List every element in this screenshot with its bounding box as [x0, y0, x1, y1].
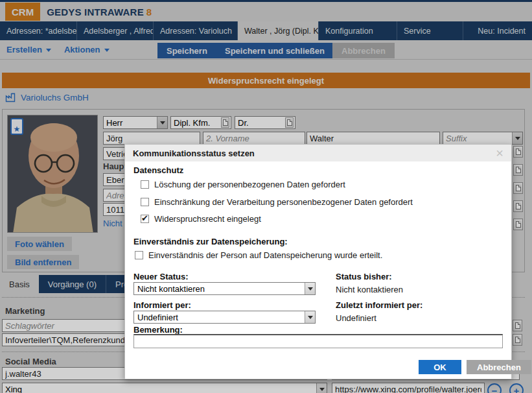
neuer-status-value: Nicht kontaktieren	[134, 284, 305, 294]
dialog-cancel-button[interactable]: Abbrechen	[467, 360, 531, 374]
zuletzt-informiert-label: Zuletzt informiert per:	[336, 300, 422, 310]
neuer-status-label: Neuer Status:	[133, 272, 189, 281]
close-icon[interactable]: ×	[496, 147, 503, 159]
informiert-per-select[interactable]: Undefiniert	[133, 311, 316, 324]
einverstaendnis-checkbox[interactable]	[135, 251, 143, 259]
checkbox-row-widerspruch: ✔ Widerspruchsrecht eingelegt	[141, 214, 261, 224]
datenschutz-heading: Datenschutz	[133, 165, 183, 175]
kommunikationsstatus-dialog: Kommunikationsstatus setzen × Datenschut…	[124, 144, 512, 379]
dropdown-arrow-icon	[305, 311, 315, 323]
einverstaendnis-heading: Einverständnis zur Datenspeicherung:	[133, 237, 288, 246]
dialog-title-bar: Kommunikationsstatus setzen ×	[125, 145, 511, 161]
einverstaendnis-label: Einverständnis der Person auf Datenspeic…	[148, 250, 382, 260]
checkbox-row-einschraenkung: Einschränkung der Verarbeitung personenb…	[141, 197, 413, 207]
loeschung-checkbox[interactable]	[141, 180, 149, 189]
ok-button[interactable]: OK	[419, 360, 461, 374]
neuer-status-select[interactable]: Nicht kontaktieren	[133, 282, 316, 295]
bemerkung-input[interactable]	[133, 334, 503, 348]
status-bisher-value: Nicht kontaktieren	[336, 285, 403, 294]
status-bisher-label: Status bisher:	[336, 272, 392, 281]
informiert-per-value: Undefiniert	[134, 313, 305, 322]
checkbox-row-loeschung: Löschung der personenbezogenen Daten gef…	[141, 180, 345, 189]
loeschung-label: Löschung der personenbezogenen Daten gef…	[154, 180, 345, 189]
einschraenkung-checkbox[interactable]	[141, 198, 149, 206]
checkbox-row-einverstaendnis: Einverständnis der Person auf Datenspeic…	[135, 250, 382, 260]
zuletzt-informiert-value: Undefiniert	[336, 313, 376, 323]
dropdown-arrow-icon	[305, 283, 315, 294]
informiert-per-label: Informiert per:	[133, 300, 191, 310]
widerspruch-checkbox[interactable]: ✔	[141, 215, 149, 223]
einschraenkung-label: Einschränkung der Verarbeitung personenb…	[154, 197, 413, 207]
widerspruch-label: Widerspruchsrecht eingelegt	[154, 214, 261, 224]
dialog-title: Kommunikationsstatus setzen	[133, 149, 255, 158]
bemerkung-label: Bemerkung:	[133, 325, 183, 335]
